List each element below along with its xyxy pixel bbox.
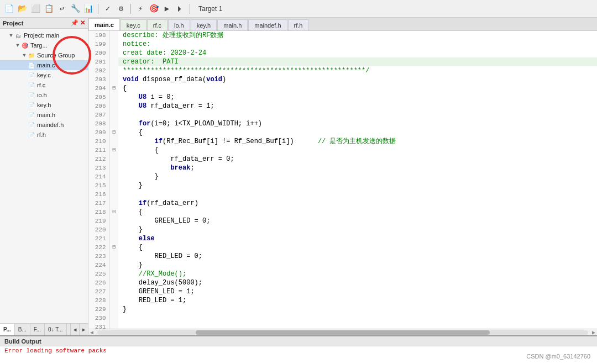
sidebar-bottom-tabs: P... B... F... 0↓ T... ◀ ▶ [0,323,88,335]
scrollbar-track[interactable] [97,330,588,335]
target-icon[interactable]: 🎯 [148,3,159,14]
table-row: 227 GREEN_LED = 1; [88,287,597,296]
target-tree-icon: 🎯 [21,41,29,49]
sep3 [190,4,190,14]
tree-item-key-h[interactable]: 📄 key.h [0,100,88,110]
file-rf-h-icon: 📄 [28,131,35,139]
file-main-h-icon: 📄 [28,111,35,119]
tab-key-c[interactable]: key.c [121,19,146,30]
tree-label-rf-c: rf.c [37,82,45,88]
code-editor[interactable]: 198describe: 处理接收到的RF数据199notice:200crea… [88,31,597,329]
table-row: 221 else [88,234,597,243]
horizontal-scrollbar[interactable]: ◀ ▶ [88,329,597,335]
sidebar-tab-functions[interactable]: F... [30,324,45,335]
tool3-icon[interactable]: 🔧 [70,3,81,14]
project-icon: 🗂 [14,31,22,39]
table-row: 230 [88,314,597,323]
tree-label-key-c: key.c [37,72,51,78]
tree-label-target: Targ... [30,42,48,49]
table-row: 223 RED_LED = 0; [88,252,597,261]
table-row: 228 RED_LED = 1; [88,296,597,305]
table-row: 201creator: PATI [88,57,597,66]
table-row: 207 [88,110,597,119]
table-row: 216 [88,190,597,199]
table-row: 203void dispose_rf_data(void) [88,75,597,84]
scroll-right-arrow[interactable]: ▶ [79,324,88,336]
tree-label-main-c: main.c [37,62,55,68]
table-row: 205 U8 i = 0; [88,93,597,102]
table-row: 213 break; [88,163,597,172]
file-tabs: main.c key.c rf.c io.h key.h main.h main… [88,18,597,31]
code-area: main.c key.c rf.c io.h key.h main.h main… [88,18,597,335]
table-row: 204⊟{ [88,84,597,93]
tree-label-maindef-h: maindef.h [37,122,64,128]
new-file-icon[interactable]: 📄 [3,3,14,14]
file-key-c-icon: 📄 [28,71,35,79]
table-row: 212 rf_data_err = 0; [88,155,597,163]
main-area: Project 📌 ✕ ▼ 🗂 Project: main ▼ 🎯 Targ..… [0,18,597,335]
tree-item-rf-c[interactable]: 📄 rf.c [0,80,88,90]
undo-icon[interactable]: ↩ [56,3,67,14]
tree-arrow-sourcegroup: ▼ [21,52,28,59]
scroll-right-btn[interactable]: ▶ [590,329,597,336]
scrollbar-thumb[interactable] [196,330,490,335]
tool4-icon[interactable]: 📊 [83,3,94,14]
tree-item-project[interactable]: ▼ 🗂 Project: main [0,30,88,40]
pin-icon[interactable]: 📌 [71,19,78,27]
copy-icon[interactable]: ⬜ [30,3,41,14]
table-row: 225 //RX_Mode(); [88,270,597,278]
tree-item-key-c[interactable]: 📄 key.c [0,70,88,80]
table-row: 215 } [88,181,597,190]
table-row: 217 if(rf_data_err) [88,199,597,208]
table-row: 218⊟ { [88,208,597,217]
tree-label-rf-h: rf.h [37,131,46,138]
table-row: 226 delay_2us(5000); [88,278,597,287]
run-icon[interactable]: ⏵ [175,3,186,14]
scroll-left-arrow[interactable]: ◀ [70,324,79,336]
table-row: 224 } [88,261,597,270]
tree-item-rf-h[interactable]: 📄 rf.h [0,130,88,140]
table-row: 219 GREEN_LED = 0; [88,217,597,225]
tab-io-h[interactable]: io.h [168,19,190,30]
table-row: 206 U8 rf_data_err = 1; [88,102,597,110]
tree-item-io-h[interactable]: 📄 io.h [0,90,88,100]
table-row: 200creat date: 2020-2-24 [88,49,597,57]
tree-label-main-h: main.h [37,112,55,118]
sidebar: Project 📌 ✕ ▼ 🗂 Project: main ▼ 🎯 Targ..… [0,18,88,335]
sidebar-tab-project[interactable]: P... [0,324,15,335]
tab-rf-c[interactable]: rf.c [147,19,167,30]
paste-icon[interactable]: 📋 [43,3,54,14]
tree-item-sourcegroup[interactable]: ▼ 📁 Source Group [0,50,88,60]
tab-main-c[interactable]: main.c [88,18,120,30]
flash-icon[interactable]: ⚡ [135,3,146,14]
sidebar-header-icons: 📌 ✕ [71,19,85,27]
table-row: 229} [88,305,597,314]
sidebar-tab-templates[interactable]: 0↓ T... [45,324,67,335]
build-output-header: Build Output [0,336,597,346]
folder-icon: 📁 [28,51,35,59]
tree-item-target[interactable]: ▼ 🎯 Targ... [0,40,88,50]
check-icon[interactable]: ✓ [102,3,113,14]
sidebar-tab-books[interactable]: B... [15,324,30,335]
tab-rf-h[interactable]: rf.h [288,19,309,30]
tree-label-sourcegroup: Source Group [37,52,75,59]
tab-key-h[interactable]: key.h [191,19,217,30]
close-sidebar-icon[interactable]: ✕ [80,19,85,27]
tab-maindef-h[interactable]: maindef.h [248,19,287,30]
debug-icon[interactable]: ▶ [161,3,172,14]
watermark: CSDN @m0_63142760 [526,353,590,360]
sidebar-scroll-arrows: ◀ ▶ [70,324,88,336]
tree-arrow-target: ▼ [14,42,21,49]
tree-item-main-c[interactable]: 📄 main.c [0,60,88,70]
tree-item-main-h[interactable]: 📄 main.h [0,110,88,120]
scroll-left-btn[interactable]: ◀ [88,329,95,336]
open-icon[interactable]: 📂 [17,3,28,14]
sep1 [98,4,98,14]
sep2 [130,4,131,14]
table-row: 209⊟ { [88,128,597,137]
tree-item-maindef-h[interactable]: 📄 maindef.h [0,120,88,130]
settings-icon[interactable]: ⚙ [116,3,127,14]
table-row: 214 } [88,172,597,181]
code-table: 198describe: 处理接收到的RF数据199notice:200crea… [88,31,597,329]
tab-main-h[interactable]: main.h [217,19,248,30]
